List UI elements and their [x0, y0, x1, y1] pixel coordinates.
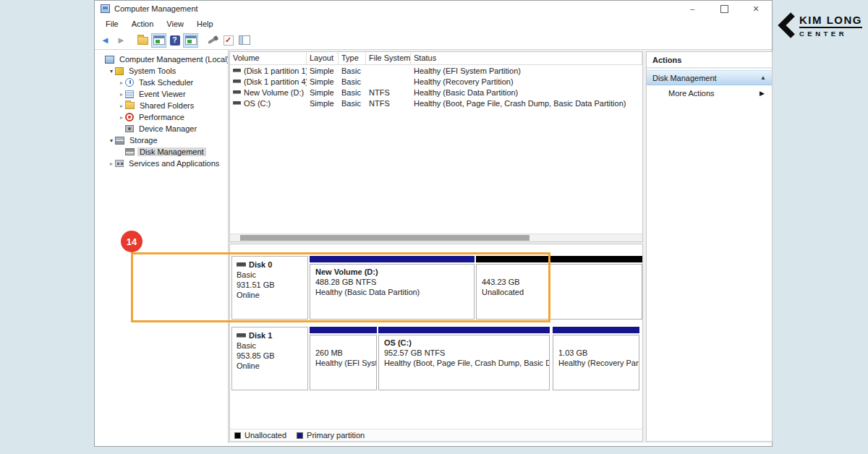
console-tree-panel[interactable]: Computer Management (Local)▾System Tools… [95, 50, 229, 443]
partition-block[interactable]: 443.23 GBUnallocated [476, 256, 642, 320]
column-header-type[interactable]: Type [339, 52, 366, 64]
up-folder-icon[interactable] [135, 33, 150, 48]
menu-file[interactable]: File [99, 18, 125, 30]
actions-group-disk-management[interactable]: Disk Management ▲ [647, 70, 772, 85]
disk-header-cell[interactable]: Disk 1Basic953.85 GBOnline [231, 327, 308, 390]
volume-cell: OS (C:) [230, 99, 307, 108]
volume-table-row[interactable]: (Disk 1 partition 1)SimpleBasicHealthy (… [230, 65, 642, 76]
partition-status-line: Healthy (Recovery Partition) [558, 358, 634, 368]
console-window-icon[interactable] [183, 33, 198, 48]
performance-icon [125, 113, 134, 121]
volume-name: (Disk 1 partition 4) [244, 77, 307, 86]
minimize-button[interactable]: – [676, 1, 708, 17]
tree-chevron-icon[interactable]: ▸ [118, 91, 125, 98]
column-header-status[interactable]: Status [411, 52, 642, 64]
partition-block[interactable]: New Volume (D:)488.28 GB NTFSHealthy (Ba… [310, 256, 475, 320]
volume-cell: New Volume (D:) [230, 88, 307, 97]
disk-icon [237, 262, 246, 267]
tree-item-storage[interactable]: ▾Storage [95, 134, 228, 146]
partition-block[interactable]: 260 MBHealthy (EFI System Partition) [310, 327, 377, 390]
back-icon[interactable]: ◄ [98, 33, 113, 48]
collapse-caret-icon[interactable]: ▲ [760, 74, 766, 81]
partition-block[interactable]: OS (C:)952.57 GB NTFSHealthy (Boot, Page… [378, 327, 550, 390]
column-header-volume[interactable]: Volume [230, 52, 307, 64]
horizontal-scrollbar[interactable] [230, 234, 642, 241]
more-actions-item[interactable]: More Actions ▶ [647, 85, 772, 101]
close-button[interactable]: ✕ [740, 1, 772, 17]
tree-chevron-icon[interactable]: ▾ [108, 68, 115, 74]
menu-help[interactable]: Help [190, 18, 220, 30]
toolbar-separator [199, 33, 205, 48]
menu-action[interactable]: Action [125, 18, 161, 30]
tree-item-performance[interactable]: ▸Performance [95, 111, 228, 123]
partition-spacer [482, 267, 637, 277]
column-header-layout[interactable]: Layout [307, 52, 339, 64]
partition-block[interactable]: 1.03 GBHealthy (Recovery Partition) [553, 327, 639, 390]
partition-info-box[interactable]: New Volume (D:)488.28 GB NTFSHealthy (Ba… [310, 264, 475, 320]
services-icon [115, 160, 124, 167]
partition-info-box[interactable]: 260 MBHealthy (EFI System Partition) [310, 335, 377, 390]
tree-item-shared-folders[interactable]: ▸Shared Folders [95, 100, 228, 111]
window-title: Computer Management [114, 4, 198, 13]
forward-icon[interactable]: ► [114, 33, 129, 48]
partition-status-line: Healthy (EFI System Partition) [315, 358, 371, 368]
show-console-tree-icon[interactable] [151, 33, 166, 48]
checklist-icon[interactable]: ✓ [221, 33, 236, 48]
disk-graph-panel[interactable]: Disk 0Basic931.51 GBOnlineNew Volume (D:… [229, 244, 643, 442]
volume-table-row[interactable]: OS (C:)SimpleBasicNTFSHealthy (Boot, Pag… [230, 98, 642, 108]
disk-header-cell[interactable]: Disk 0Basic931.51 GBOnline [231, 256, 308, 320]
tree-chevron-icon[interactable]: ▸ [118, 80, 125, 86]
task-scheduler-icon [125, 78, 134, 87]
tree-item-task-scheduler[interactable]: ▸Task Scheduler [95, 77, 228, 88]
tree-item-system-tools[interactable]: ▾System Tools [95, 65, 228, 77]
actions-group-label: Disk Management [652, 74, 717, 82]
partition-info-box[interactable]: 443.23 GBUnallocated [476, 264, 642, 320]
disk-management-icon [125, 148, 135, 155]
tree-item-services-and-applications[interactable]: ▸Services and Applications [95, 158, 228, 169]
volume-list-panel[interactable]: VolumeLayoutTypeFile SystemStatus (Disk … [229, 51, 643, 242]
disk-row-disk-0: Disk 0Basic931.51 GBOnlineNew Volume (D:… [231, 256, 641, 320]
volume-table-row[interactable]: New Volume (D:)SimpleBasicNTFSHealthy (B… [230, 87, 642, 98]
legend-swatch-icon [234, 432, 241, 439]
tree-chevron-icon[interactable]: ▸ [118, 103, 125, 109]
disk-icon [237, 333, 246, 338]
tree-item-disk-management[interactable]: Disk Management [95, 146, 228, 158]
tree-chevron-icon[interactable]: ▸ [108, 160, 115, 167]
volume-list-header: VolumeLayoutTypeFile SystemStatus [230, 52, 642, 65]
volume-name: New Volume (D:) [244, 88, 304, 97]
tree-chevron-icon[interactable]: ▾ [108, 137, 115, 144]
partition-size-line: 488.28 GB NTFS [315, 277, 469, 287]
layout-cell: Simple [307, 67, 339, 75]
scrollbar-thumb[interactable] [240, 235, 529, 241]
help-icon[interactable]: ? [167, 33, 182, 48]
titlebar[interactable]: Computer Management – ✕ [95, 1, 772, 17]
tree-item-device-manager[interactable]: Device Manager [95, 123, 228, 134]
app-icon [101, 4, 110, 13]
maximize-button[interactable] [708, 1, 740, 17]
tree-item-computer-management-local-[interactable]: Computer Management (Local) [95, 53, 228, 65]
shared-folders-icon [125, 102, 135, 109]
disk-state: Online [237, 361, 303, 371]
disk-kind: Basic [237, 340, 303, 351]
column-header-file-system[interactable]: File System [366, 52, 411, 64]
export-list-icon[interactable] [205, 33, 220, 48]
show-action-pane-icon[interactable] [237, 33, 252, 48]
legend-swatch-icon [297, 432, 303, 439]
actions-header: Actions [647, 52, 772, 69]
system-tools-icon [115, 67, 124, 75]
volume-table-row[interactable]: (Disk 1 partition 4)SimpleBasicHealthy (… [230, 76, 642, 87]
partition-size-line: 260 MB [315, 348, 371, 358]
type-cell: Basic [339, 88, 366, 97]
disk-row-disk-1: Disk 1Basic953.85 GBOnline 260 MBHealthy… [231, 327, 641, 390]
disk-size: 931.51 GB [237, 280, 303, 290]
menu-view[interactable]: View [160, 18, 190, 30]
partition-info-box[interactable]: 1.03 GBHealthy (Recovery Partition) [553, 335, 639, 390]
tree-item-event-viewer[interactable]: ▸Event Viewer [95, 88, 228, 100]
tree-chevron-icon[interactable]: ▸ [118, 114, 125, 121]
partition-type-bar [553, 327, 639, 333]
partition-info-box[interactable]: OS (C:)952.57 GB NTFSHealthy (Boot, Page… [378, 335, 550, 390]
disk-size: 953.85 GB [237, 351, 303, 361]
tree-item-label: System Tools [127, 67, 178, 75]
volume-icon [233, 101, 241, 105]
brand-logo: KIM LONG CENTER [777, 12, 862, 38]
